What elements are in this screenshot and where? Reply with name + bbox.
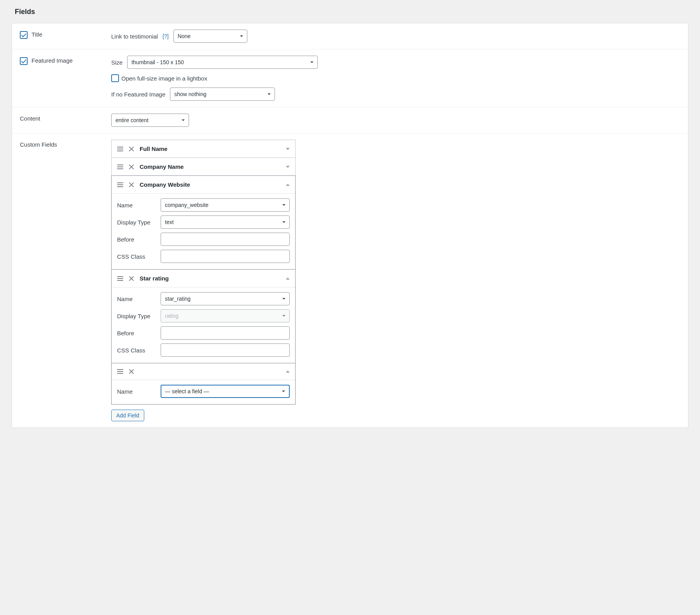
panel-title: Fields: [15, 8, 688, 16]
toggle-icon[interactable]: [286, 166, 290, 168]
custom-field-body: Name— select a field —: [112, 380, 295, 404]
custom-field-title: Star rating: [140, 275, 280, 282]
add-field-button[interactable]: Add Field: [111, 410, 144, 421]
cf-name-label: Name: [117, 296, 156, 302]
cf-css-class-input[interactable]: [161, 250, 290, 263]
drag-icon[interactable]: [117, 147, 123, 151]
custom-field-title: Company Website: [140, 181, 280, 188]
remove-icon[interactable]: [129, 182, 134, 187]
fallback-label: If no Featured Image: [111, 91, 165, 98]
cf-name-select[interactable]: star_rating: [161, 292, 290, 305]
cf-before-input[interactable]: [161, 233, 290, 246]
fields-panel: Title Link to testimonial [?] None Featu…: [12, 23, 688, 428]
custom-field-header[interactable]: Company Name: [112, 158, 295, 175]
custom-field-header[interactable]: Company Website: [112, 176, 295, 193]
row-featured-image: Featured Image Size thumbnail - 150 x 15…: [12, 49, 688, 107]
cf-before-input[interactable]: [161, 326, 290, 340]
featured-image-label: Featured Image: [32, 57, 73, 64]
cf-display-type-select: rating: [161, 309, 290, 322]
cf-name-select[interactable]: company_website: [161, 198, 290, 212]
remove-icon[interactable]: [129, 369, 134, 374]
custom-fields-label: Custom Fields: [20, 141, 57, 148]
title-label: Title: [32, 31, 42, 38]
toggle-icon[interactable]: [286, 184, 290, 186]
drag-icon[interactable]: [117, 276, 123, 281]
fallback-select[interactable]: show nothing: [170, 88, 275, 101]
row-content: Content entire content: [12, 107, 688, 133]
row-title: Title Link to testimonial [?] None: [12, 23, 688, 49]
cf-before-label: Before: [117, 236, 156, 243]
cf-before-label: Before: [117, 330, 156, 336]
custom-field-item: Star ratingNamestar_ratingDisplay Typera…: [111, 269, 296, 363]
custom-field-item: Company WebsiteNamecompany_websiteDispla…: [111, 175, 296, 270]
lightbox-checkbox[interactable]: [111, 74, 119, 82]
content-select[interactable]: entire content: [111, 114, 189, 127]
custom-field-title: Company Name: [140, 163, 280, 170]
cf-display-type-select[interactable]: text: [161, 216, 290, 229]
custom-field-item: Name— select a field —: [111, 363, 296, 405]
cf-display-type-label: Display Type: [117, 313, 156, 319]
featured-image-checkbox[interactable]: [20, 57, 28, 65]
cf-css-class-label: CSS Class: [117, 253, 156, 260]
link-to-testimonial-label: Link to testimonial: [111, 33, 158, 40]
cf-css-class-input[interactable]: [161, 343, 290, 357]
row-custom-fields: Custom Fields Full NameCompany NameCompa…: [12, 133, 688, 428]
custom-field-header[interactable]: [112, 363, 295, 380]
link-to-testimonial-select[interactable]: None: [173, 30, 247, 43]
size-label: Size: [111, 59, 122, 66]
custom-field-body: Namecompany_websiteDisplay TypetextBefor…: [112, 193, 295, 269]
drag-icon[interactable]: [117, 182, 123, 187]
help-icon[interactable]: [?]: [163, 33, 169, 39]
toggle-icon[interactable]: [286, 370, 290, 373]
custom-field-title: Full Name: [140, 145, 280, 152]
cf-name-select[interactable]: — select a field —: [161, 385, 290, 398]
size-select[interactable]: thumbnail - 150 x 150: [127, 56, 318, 69]
drag-icon[interactable]: [117, 369, 123, 374]
cf-name-label: Name: [117, 202, 156, 209]
drag-icon[interactable]: [117, 165, 123, 169]
title-checkbox[interactable]: [20, 31, 28, 39]
custom-field-header[interactable]: Full Name: [112, 140, 295, 158]
custom-field-item: Company Name: [111, 158, 296, 176]
custom-field-item: Full Name: [111, 140, 296, 158]
lightbox-label: Open full-size image in a lightbox: [121, 75, 207, 82]
toggle-icon[interactable]: [286, 148, 290, 150]
cf-name-label: Name: [117, 388, 156, 395]
cf-css-class-label: CSS Class: [117, 347, 156, 354]
custom-field-body: Namestar_ratingDisplay TyperatingBeforeC…: [112, 287, 295, 363]
remove-icon[interactable]: [129, 276, 134, 281]
content-label: Content: [20, 115, 40, 122]
remove-icon[interactable]: [129, 146, 134, 152]
cf-display-type-label: Display Type: [117, 219, 156, 226]
remove-icon[interactable]: [129, 164, 134, 170]
custom-field-header[interactable]: Star rating: [112, 270, 295, 287]
toggle-icon[interactable]: [286, 277, 290, 280]
